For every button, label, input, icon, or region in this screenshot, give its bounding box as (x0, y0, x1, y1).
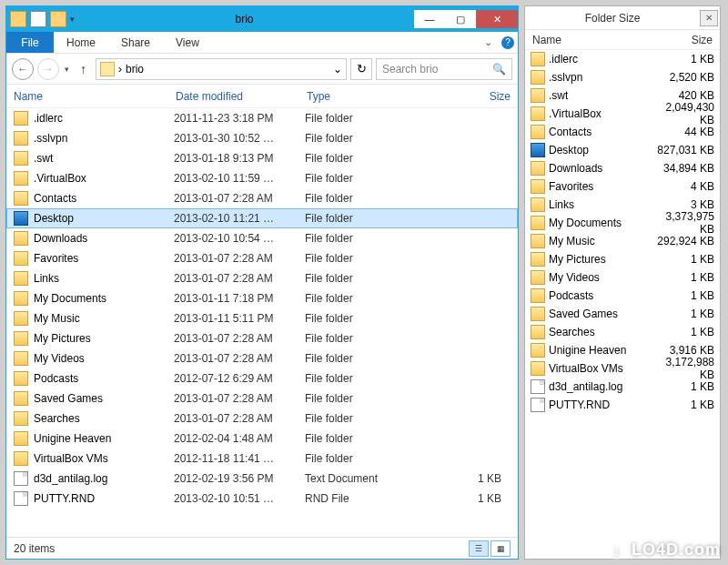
file-row[interactable]: My Music2013-01-11 5:11 PMFile folder (6, 308, 518, 328)
details-view-button[interactable]: ☰ (469, 540, 489, 557)
fs-row[interactable]: .sslvpn2,520 KB (525, 68, 720, 86)
file-row[interactable]: Contacts2013-01-07 2:28 AMFile folder (6, 188, 518, 208)
file-list[interactable]: .idlerc2011-11-23 3:18 PMFile folder.ssl… (6, 108, 518, 527)
file-name: Downloads (34, 232, 174, 245)
file-row[interactable]: My Pictures2013-01-07 2:28 AMFile folder (6, 328, 518, 348)
fs-row[interactable]: My Music292,924 KB (525, 232, 720, 250)
fs-row[interactable]: My Videos1 KB (525, 268, 720, 287)
folder-size-titlebar[interactable]: Folder Size ✕ (525, 6, 720, 30)
fs-row[interactable]: d3d_antilag.log1 KB (525, 378, 720, 396)
file-row[interactable]: d3d_antilag.log2012-02-19 3:56 PMText Do… (6, 469, 518, 489)
doc-icon (531, 398, 545, 412)
fs-name: My Music (549, 235, 649, 247)
fs-row[interactable]: PUTTY.RND1 KB (525, 396, 720, 414)
fs-size: 2,520 KB (649, 71, 720, 84)
share-tab[interactable]: Share (108, 32, 163, 53)
header-size[interactable]: Size (396, 90, 518, 103)
file-row[interactable]: My Videos2013-01-07 2:28 AMFile folder (6, 348, 518, 368)
fs-name: Saved Games (549, 308, 649, 320)
fs-row[interactable]: Downloads34,894 KB (525, 159, 720, 177)
watermark: ↓ LO4D.com (608, 540, 721, 560)
folder-icon (531, 252, 545, 267)
header-date[interactable]: Date modified (168, 90, 299, 103)
fs-name: Downloads (549, 162, 649, 175)
file-row[interactable]: .sslvpn2013-01-30 10:52 …File folder (6, 128, 518, 148)
folder-size-list[interactable]: .idlerc1 KB.sslvpn2,520 KB.swt420 KB.Vir… (525, 50, 720, 414)
address-bar[interactable]: › brio ⌄ (96, 58, 347, 80)
file-row[interactable]: Podcasts2012-07-12 6:29 AMFile folder (6, 368, 518, 388)
up-button[interactable]: ↑ (75, 62, 92, 76)
titlebar[interactable]: ▾ brio — ▢ ✕ (6, 6, 518, 32)
header-type[interactable]: Type (299, 90, 396, 103)
refresh-button[interactable]: ↻ (350, 58, 372, 80)
back-button[interactable]: ← (12, 58, 34, 80)
folder-icon (14, 271, 28, 286)
new-folder-icon[interactable] (50, 11, 66, 27)
file-row[interactable]: .VirtualBox2013-02-10 11:59 …File folder (6, 168, 518, 188)
file-row[interactable]: .swt2013-01-18 9:13 PMFile folder (6, 148, 518, 168)
file-row[interactable]: Downloads2013-02-10 10:54 …File folder (6, 228, 518, 248)
file-row[interactable]: .idlerc2011-11-23 3:18 PMFile folder (6, 108, 518, 128)
search-placeholder: Search brio (382, 63, 438, 76)
minimize-button[interactable]: — (414, 10, 445, 28)
search-input[interactable]: Search brio 🔍 (376, 58, 512, 80)
fs-row[interactable]: Desktop827,031 KB (525, 141, 720, 159)
file-name: .VirtualBox (34, 172, 174, 185)
fs-name: .VirtualBox (549, 107, 649, 120)
file-date: 2013-02-10 10:54 … (174, 232, 305, 245)
address-dropdown-icon[interactable]: ⌄ (333, 63, 342, 76)
file-name: d3d_antilag.log (34, 472, 174, 485)
fs-name: .swt (549, 89, 649, 102)
help-button[interactable]: ? (498, 32, 518, 53)
forward-button[interactable]: → (37, 58, 59, 80)
file-row[interactable]: PUTTY.RND2013-02-10 10:51 …RND File1 KB (6, 489, 518, 509)
fs-row[interactable]: Contacts44 KB (525, 123, 720, 141)
folder-icon (14, 391, 28, 406)
close-button[interactable]: ✕ (476, 10, 518, 28)
file-type: File folder (305, 312, 401, 325)
fs-name: My Documents (549, 217, 649, 229)
fs-row[interactable]: Podcasts1 KB (525, 287, 720, 305)
fs-row[interactable]: VirtualBox VMs3,172,988 KB (525, 359, 720, 378)
fs-row[interactable]: My Documents3,373,975 KB (525, 214, 720, 232)
fs-row[interactable]: My Pictures1 KB (525, 250, 720, 268)
file-row[interactable]: Searches2013-01-07 2:28 AMFile folder (6, 409, 518, 429)
file-name: Links (34, 272, 174, 285)
maximize-button[interactable]: ▢ (445, 10, 476, 28)
file-name: Desktop (34, 212, 174, 225)
desktop-icon (14, 211, 28, 226)
folder-icon (531, 70, 545, 85)
fs-row[interactable]: Saved Games1 KB (525, 305, 720, 323)
icons-view-button[interactable]: ▦ (490, 540, 511, 557)
file-date: 2013-01-07 2:28 AM (174, 392, 305, 405)
fs-header-size[interactable]: Size (649, 34, 720, 46)
file-tab[interactable]: File (6, 32, 54, 53)
file-row[interactable]: Unigine Heaven2012-02-04 1:48 AMFile fol… (6, 429, 518, 449)
fs-row[interactable]: .VirtualBox2,049,430 KB (525, 105, 720, 123)
file-row[interactable]: Favorites2013-01-07 2:28 AMFile folder (6, 248, 518, 268)
file-row[interactable]: Saved Games2013-01-07 2:28 AMFile folder (6, 388, 518, 409)
history-dropdown-icon[interactable]: ▾ (63, 65, 71, 74)
header-name[interactable]: Name (6, 90, 168, 103)
view-tab[interactable]: View (163, 32, 212, 53)
home-tab[interactable]: Home (54, 32, 108, 53)
folder-icon (14, 251, 28, 266)
folder-icon[interactable] (10, 11, 26, 27)
file-size: 1 KB (401, 492, 518, 505)
file-name: My Documents (34, 292, 174, 305)
file-date: 2013-02-10 10:51 … (174, 492, 305, 505)
fs-row[interactable]: .idlerc1 KB (525, 50, 720, 68)
fs-row[interactable]: Searches1 KB (525, 323, 720, 341)
folder-size-close-button[interactable]: ✕ (700, 10, 718, 26)
breadcrumb-location[interactable]: brio (126, 63, 144, 76)
file-row[interactable]: My Documents2013-01-11 7:18 PMFile folde… (6, 288, 518, 308)
file-row[interactable]: Links2013-01-07 2:28 AMFile folder (6, 268, 518, 288)
file-name: Saved Games (34, 392, 174, 405)
properties-icon[interactable] (30, 11, 46, 27)
fs-name: Unigine Heaven (549, 344, 649, 357)
file-row[interactable]: Desktop2013-02-10 11:21 …File folder (6, 208, 518, 228)
ribbon-expand-icon[interactable]: ⌄ (478, 32, 498, 53)
file-row[interactable]: VirtualBox VMs2012-11-18 11:41 …File fol… (6, 449, 518, 469)
fs-header-name[interactable]: Name (525, 34, 649, 46)
fs-row[interactable]: Favorites4 KB (525, 177, 720, 196)
